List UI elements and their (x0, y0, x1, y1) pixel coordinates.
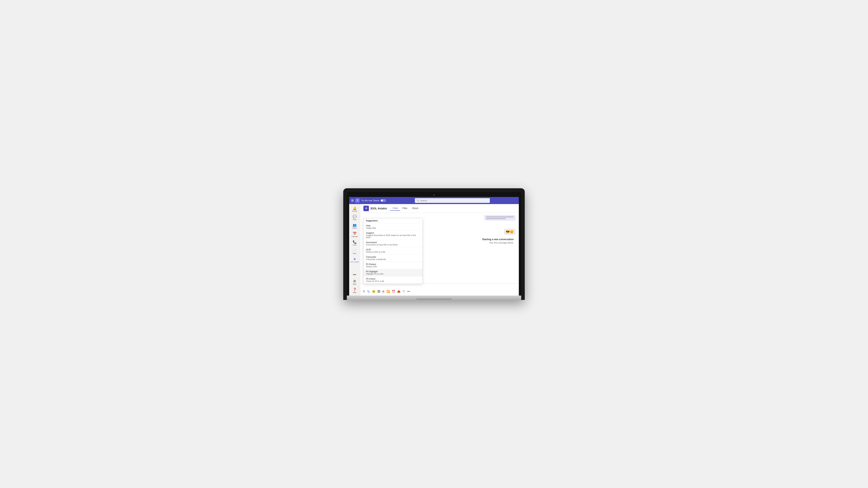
apps-icon: ⊞ (353, 279, 356, 283)
search-icon: 🔍 (416, 199, 419, 202)
suggestion-desc-pii-highlight: Highlight PII in a file (366, 273, 420, 275)
suggestions-dropdown: Suggestions Help Usage help Suggest Sugg… (363, 218, 423, 284)
suggestion-item-help[interactable]: Help Usage help (364, 223, 422, 230)
suggestion-item-pii-highlight[interactable]: PII Highlight Highlight PII in a file (364, 269, 422, 276)
activity-icon: 🔔 (353, 206, 357, 210)
image-icon[interactable]: 🖼 (377, 289, 380, 293)
idol-aviator-icon: ★ (353, 257, 356, 261)
app-icon: ✈ (363, 206, 369, 211)
teams-icon: 👥 (353, 223, 357, 227)
idol-aviator-label: IDOL Aviator (350, 261, 359, 263)
suggestion-title-help: Help (366, 224, 420, 227)
suggestion-item-transcribe[interactable]: Transcribe Transcribe a media file (364, 255, 422, 262)
sidebar-item-calls[interactable]: 📞 Calls (349, 239, 360, 247)
try-new-teams-toggle[interactable] (380, 199, 386, 202)
tabs: Chat Files About (390, 206, 421, 211)
chat-icon: 💬 (353, 215, 357, 219)
activity-label: Activity (352, 210, 357, 212)
try-new-teams-area: Try the new Teams (361, 199, 386, 202)
laptop-container: ⊞ T Try the new Teams 🔍 (335, 181, 533, 308)
loop-icon[interactable]: 🔁 (386, 289, 390, 293)
top-bar: ⊞ T Try the new Teams 🔍 (349, 197, 519, 204)
schedule-icon[interactable]: ⏰ (392, 289, 396, 293)
shield-icon[interactable]: 🛡 (402, 289, 406, 293)
calls-icon: 📞 (353, 240, 357, 244)
sidebar-item-apps[interactable]: ⊞ Apps (349, 278, 360, 286)
app-header: ✈ IDOL Aviator Chat Files (360, 204, 519, 213)
tab-chat[interactable]: Chat (390, 206, 400, 211)
chat-text-input[interactable] (363, 285, 517, 289)
app-name: IDOL Aviator (370, 207, 387, 210)
suggestion-title-suggest: Suggest (366, 232, 420, 234)
screen-bezel: ⊞ T Try the new Teams 🔍 (347, 192, 521, 296)
input-area: 𝐓 📎 😊 🖼 ⊞ 🔁 ⏰ 📤 🛡 (360, 283, 519, 296)
suggestion-item-pii-redact[interactable]: PII Redact Redact a file (364, 262, 422, 269)
help-icon: ❓ (353, 288, 357, 291)
tab-about[interactable]: About (410, 206, 421, 211)
chat-label: Chat (353, 219, 356, 221)
toolbar-row: 𝐓 📎 😊 🖼 ⊞ 🔁 ⏰ 📤 🛡 (363, 289, 517, 294)
emoji-display: 😎😊 (506, 229, 514, 234)
suggestion-title-pii-redact: PII Redact (366, 263, 420, 265)
suggestion-desc-ocr: Perform OCR on a file (366, 251, 420, 253)
laptop-screen: ⊞ T Try the new Teams 🔍 (349, 197, 519, 296)
suggestion-item-ocr[interactable]: OCR Perform OCR on a file (364, 247, 422, 255)
suggestion-item-pii-check[interactable]: PII Check Check for PII in a file (364, 276, 422, 284)
calendar-label: Calendar (351, 236, 358, 237)
suggestion-item-summarize[interactable]: Summarize Summarize an input file or tex… (364, 240, 422, 247)
text-input-row (363, 285, 517, 289)
suggestion-title-ocr: OCR (366, 249, 420, 251)
sidebar-item-chat[interactable]: 💬 Chat (349, 214, 360, 221)
msg-bubble-1 (484, 215, 516, 221)
content-area: ✈ IDOL Aviator Chat Files (360, 204, 519, 296)
attach-icon[interactable]: 📎 (366, 289, 370, 293)
suggestion-desc-pii-check: Check for PII in a file (366, 280, 420, 282)
suggestion-title-pii-check: PII Check (366, 278, 420, 280)
teams-label: Teams (352, 227, 357, 229)
sidebar-more[interactable]: ••• (353, 272, 356, 278)
sidebar-item-teams[interactable]: 👥 Teams (349, 222, 360, 230)
grid-icon[interactable]: ⊞ (351, 199, 354, 202)
laptop-camera (433, 194, 435, 196)
msg-emoji-bubble: 😎😊 (504, 229, 516, 235)
search-input[interactable] (420, 199, 488, 202)
suggestion-title-pii-highlight: PII Highlight (366, 270, 420, 273)
calls-label: Calls (353, 244, 356, 246)
sidebar-item-files[interactable]: 📄 Files (349, 248, 360, 255)
sidebar-item-calendar[interactable]: 📅 Calendar (349, 231, 360, 238)
suggestion-desc-help: Usage help (366, 227, 420, 229)
chat-area: 😎😊 Starting a new conversation Your firs… (360, 213, 519, 296)
laptop-outer: ⊞ T Try the new Teams 🔍 (343, 188, 525, 300)
apps-toolbar-icon[interactable]: ⊞ (382, 289, 385, 293)
help-label: Help (353, 292, 356, 293)
search-bar: 🔍 (415, 198, 490, 203)
tab-files[interactable]: Files (400, 206, 410, 211)
sidebar: 🔔 Activity 💬 Chat 👥 Teams (349, 204, 360, 296)
laptop-base (347, 296, 521, 300)
suggestion-title-summarize: Summarize (366, 241, 420, 243)
try-new-teams-label: Try the new Teams (361, 199, 379, 202)
files-label: Files (353, 253, 356, 254)
suggestion-desc-pii-redact: Redact a file (366, 266, 420, 268)
suggestion-desc-summarize: Summarize an input file or text block (366, 244, 420, 246)
emoji-icon[interactable]: 😊 (372, 289, 376, 293)
sidebar-item-idol-aviator[interactable]: ★ IDOL Aviator (349, 256, 360, 264)
sidebar-item-activity[interactable]: 🔔 Activity (349, 205, 360, 213)
suggestion-title-transcribe: Transcribe (366, 256, 420, 258)
calendar-icon: 📅 (353, 232, 357, 235)
format-icon[interactable]: 𝐓 (363, 289, 365, 294)
apps-label: Apps (353, 283, 356, 285)
main-area: 🔔 Activity 💬 Chat 👥 Teams (349, 204, 519, 296)
sidebar-item-help[interactable]: ❓ Help (349, 287, 360, 294)
suggestions-header: Suggestions (364, 219, 422, 223)
suggestion-item-suggest[interactable]: Suggest Suggest documents in IDOL based … (364, 230, 422, 240)
teams-logo: T (355, 198, 360, 203)
files-icon: 📄 (353, 249, 357, 252)
suggestion-desc-suggest: Suggest documents in IDOL based on an in… (366, 234, 420, 238)
upload-icon[interactable]: 📤 (397, 289, 401, 293)
teams-app: ⊞ T Try the new Teams 🔍 (349, 197, 519, 296)
suggestion-desc-transcribe: Transcribe a media file (366, 258, 420, 260)
more-toolbar-icon[interactable]: ••• (407, 289, 410, 293)
